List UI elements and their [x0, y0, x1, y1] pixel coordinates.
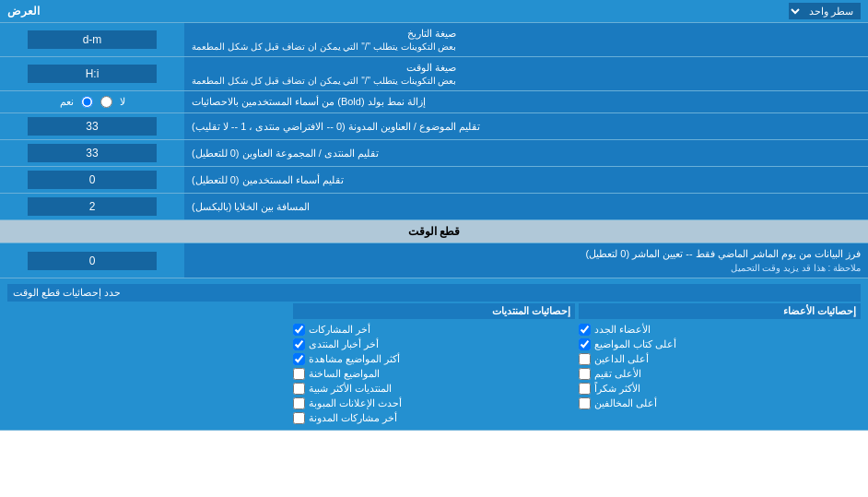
- date-format-label: صيغة التاريخ بعض التكوينات يتطلب "/" الت…: [184, 23, 868, 56]
- users-limit-row: تقليم أسماء المستخدمين (0 للتعطيل): [0, 167, 868, 194]
- checkbox-last-posts: أخر المشاركات: [293, 324, 575, 336]
- cutoff-section-header: قطع الوقت: [0, 220, 868, 243]
- checkbox-most-thanks: الأكثر شكراً: [579, 383, 861, 395]
- checkbox-latest-classified: أحدث الإعلانات المبوبة: [293, 397, 575, 409]
- subject-limit-input-cell: [0, 113, 184, 139]
- forum-limit-row: تقليم المنتدى / المجموعة العناوين (0 للت…: [0, 140, 868, 167]
- space-between-row: المسافة بين الخلايا (بالبكسل): [0, 194, 868, 220]
- subject-limit-label: تقليم الموضوع / العناوين المدونة (0 -- ا…: [184, 113, 868, 139]
- checkbox-new-members: الأعضاء الجدد: [579, 324, 861, 336]
- cutoff-row: فرز البيانات من يوم الماشر الماضي فقط --…: [0, 243, 868, 278]
- date-format-row: صيغة التاريخ بعض التكوينات يتطلب "/" الت…: [0, 23, 868, 57]
- time-format-input[interactable]: [28, 65, 157, 83]
- checkbox-top-rated-input[interactable]: [579, 368, 591, 380]
- space-between-input[interactable]: [28, 197, 157, 216]
- members-stats-title: إحصائيات الأعضاء: [579, 303, 861, 319]
- subject-limit-input[interactable]: [28, 117, 157, 136]
- bold-remove-row: إزالة نمط بولد (Bold) من أسماء المستخدمي…: [0, 91, 868, 113]
- view-select[interactable]: سطر واحدسطرينثلاثة أسطر: [789, 3, 861, 19]
- checkbox-last-news-input[interactable]: [293, 338, 305, 350]
- space-between-label: المسافة بين الخلايا (بالبكسل): [184, 194, 868, 219]
- checkbox-last-posts-input[interactable]: [293, 324, 305, 336]
- checkbox-top-rated: الأعلى تقيم: [579, 368, 861, 380]
- checkbox-last-blog-posts-input[interactable]: [293, 412, 305, 424]
- date-format-input-cell: [0, 23, 184, 56]
- checkbox-top-violations-input[interactable]: [579, 397, 591, 409]
- checkbox-top-writers: أعلى كتاب المواضيع: [579, 338, 861, 350]
- time-format-input-cell: [0, 57, 184, 90]
- checkbox-most-thanks-input[interactable]: [579, 383, 591, 395]
- bold-no-radio[interactable]: [100, 96, 112, 108]
- users-limit-input-cell: [0, 167, 184, 193]
- bold-yes-radio[interactable]: [81, 96, 93, 108]
- top-header: سطر واحدسطرينثلاثة أسطر العرض: [0, 0, 868, 23]
- checkbox-latest-classified-input[interactable]: [293, 397, 305, 409]
- cutoff-input[interactable]: [28, 252, 157, 270]
- forum-limit-input[interactable]: [28, 144, 157, 162]
- time-format-row: صيغة الوقت بعض التكوينات يتطلب "/" التي …: [0, 57, 868, 91]
- checkbox-last-news: أخر أخبار المنتدى: [293, 338, 575, 350]
- cutoff-input-cell: [0, 243, 184, 278]
- space-between-input-cell: [0, 194, 184, 219]
- checkbox-new-members-input[interactable]: [579, 324, 591, 336]
- checkbox-most-similar: المنتديات الأكثر شبية: [293, 383, 575, 395]
- time-format-label: صيغة الوقت بعض التكوينات يتطلب "/" التي …: [184, 57, 868, 90]
- members-stats-col: إحصائيات الأعضاء الأعضاء الجدد أعلى كتاب…: [579, 303, 861, 424]
- date-format-input[interactable]: [28, 30, 157, 49]
- checkbox-hot-topics: المواضيع الساخنة: [293, 368, 575, 380]
- users-limit-label: تقليم أسماء المستخدمين (0 للتعطيل): [184, 167, 868, 193]
- checkbox-most-viewed: أكثر المواضيع مشاهدة: [293, 353, 575, 365]
- bold-remove-radio-cell: لا نعم: [0, 91, 184, 112]
- checkbox-most-viewed-input[interactable]: [293, 353, 305, 365]
- checkbox-top-callers: أعلى الداعين: [579, 353, 861, 365]
- users-limit-input[interactable]: [28, 171, 157, 189]
- forum-limit-input-cell: [0, 140, 184, 166]
- stats-title-spacer: [7, 303, 289, 424]
- subject-limit-row: تقليم الموضوع / العناوين المدونة (0 -- ا…: [0, 113, 868, 140]
- checkboxes-section: حدد إحصائيات قطع الوقت إحصائيات الأعضاء …: [0, 278, 868, 431]
- checkbox-hot-topics-input[interactable]: [293, 368, 305, 380]
- checkbox-top-callers-input[interactable]: [579, 353, 591, 365]
- stats-title: حدد إحصائيات قطع الوقت: [13, 287, 121, 299]
- bold-remove-label: إزالة نمط بولد (Bold) من أسماء المستخدمي…: [184, 91, 868, 112]
- checkbox-most-similar-input[interactable]: [293, 383, 305, 395]
- forums-stats-title: إحصائيات المنتديات: [293, 303, 575, 319]
- cutoff-label: فرز البيانات من يوم الماشر الماضي فقط --…: [184, 243, 868, 278]
- checkbox-top-writers-input[interactable]: [579, 338, 591, 350]
- forums-stats-col: إحصائيات المنتديات أخر المشاركات أخر أخب…: [293, 303, 575, 424]
- checkbox-last-blog-posts: أخر مشاركات المدونة: [293, 412, 575, 424]
- forum-limit-label: تقليم المنتدى / المجموعة العناوين (0 للت…: [184, 140, 868, 166]
- checkbox-top-violations: أعلى المخالفين: [579, 397, 861, 409]
- view-label: العرض: [7, 5, 40, 18]
